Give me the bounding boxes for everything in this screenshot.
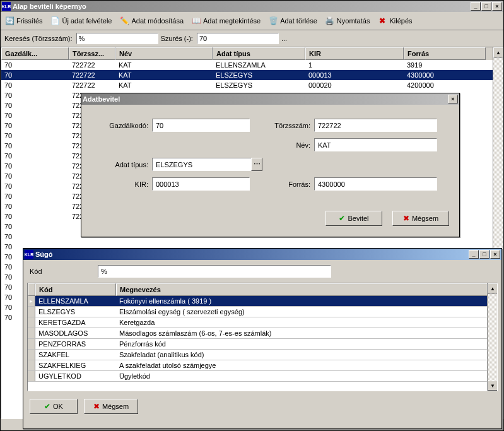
- table-row[interactable]: 70722722KATELSZEGYS0000134300000: [1, 70, 503, 80]
- kod-input[interactable]: [98, 265, 331, 278]
- check-icon: ✔: [44, 402, 50, 411]
- kir-input[interactable]: [156, 180, 246, 188]
- scroll-up-icon[interactable]: ▲: [488, 283, 498, 293]
- delete-button[interactable]: 🗑️Adat törlése: [267, 15, 319, 27]
- col-header[interactable]: Név: [115, 47, 213, 60]
- table-row[interactable]: 70722722KATELLENSZAMLA13919: [1, 60, 503, 70]
- col-header[interactable]: Megnevezés: [116, 283, 497, 296]
- cell: 70: [1, 121, 69, 131]
- table-row[interactable]: ELSZEGYSElszámolási egység ( szervezeti …: [28, 307, 497, 317]
- gazdalkodo-value: 70: [156, 122, 163, 129]
- entry-dialog: Adatbevitel × Gazdálkodó: 70 Törzsszám: …: [81, 93, 460, 237]
- scroll-down-icon[interactable]: ▼: [488, 381, 498, 391]
- forras-field[interactable]: [314, 177, 437, 191]
- help-close-button[interactable]: ×: [490, 250, 500, 259]
- nev-label: Név:: [254, 141, 310, 149]
- table-row[interactable]: PENZFORRASPénzforrás kód: [28, 339, 497, 350]
- col-header[interactable]: Törzssz...: [69, 47, 115, 60]
- table-row[interactable]: SZAKFELKIEGA szakfeladat utolsó számjegy…: [28, 360, 497, 371]
- gazdalkodo-label: Gazdálkodó:: [91, 122, 148, 129]
- cell: Keretgazda: [116, 317, 497, 328]
- print-button[interactable]: 🖨️Nyomtatás: [324, 15, 372, 27]
- cross-icon: ✖: [403, 214, 409, 223]
- help-cancel-button[interactable]: ✖Mégsem: [84, 399, 138, 414]
- cell: ELSZEGYS: [35, 307, 116, 317]
- row-marker-icon: [28, 371, 35, 381]
- table-row[interactable]: SZAKFELSzakfeladat (analitikus kód): [28, 350, 497, 360]
- refresh-button[interactable]: 🔄Frissítés: [3, 15, 44, 27]
- table-row[interactable]: ▸ELLENSZAMLAFokönyvi ellenszámla ( 3919 …: [28, 296, 497, 307]
- nev-value: KAT: [318, 141, 331, 149]
- cell: 3919: [404, 60, 486, 70]
- row-marker-icon: ▸: [28, 296, 35, 306]
- adattipus-label: Adat típus:: [91, 161, 148, 168]
- torzsszam-field[interactable]: 722722: [314, 119, 437, 132]
- cell: 000020: [305, 80, 404, 90]
- cell: MASODLAGOS: [35, 328, 116, 338]
- new-button[interactable]: 📄Új adat felvétele: [49, 15, 114, 27]
- entry-titlebar[interactable]: Adatbevitel ×: [81, 93, 459, 105]
- cell: 1: [305, 60, 404, 70]
- scroll-track[interactable]: [488, 293, 497, 381]
- ok-button[interactable]: ✔OK: [30, 399, 78, 414]
- refresh-icon: 🔄: [4, 16, 15, 26]
- kir-field[interactable]: [152, 177, 250, 191]
- nev-field[interactable]: KAT: [314, 138, 437, 151]
- minimize-button[interactable]: _: [471, 2, 481, 11]
- main-title: Alap beviteli képernyo: [13, 3, 471, 10]
- filter-input[interactable]: [197, 33, 279, 44]
- col-header[interactable]: Kód: [35, 283, 116, 296]
- edit-button[interactable]: ✏️Adat módosítása: [118, 15, 185, 27]
- close-button[interactable]: ×: [492, 2, 502, 11]
- gazdalkodo-field[interactable]: 70: [152, 119, 250, 132]
- maximize-button[interactable]: □: [481, 2, 491, 11]
- main-titlebar[interactable]: KLR Alap beviteli képernyo _ □ ×: [1, 1, 503, 12]
- table-row[interactable]: 70722722KATELSZEGYS0000204200000: [1, 80, 503, 90]
- cell: A szakfeladat utolsó számjegye: [116, 360, 497, 370]
- scrollbar[interactable]: ▲ ▼: [487, 283, 497, 391]
- search-input[interactable]: [76, 33, 158, 44]
- view-button[interactable]: 📖Adat megtekintése: [190, 15, 262, 27]
- cell: 722722: [69, 70, 115, 80]
- col-header[interactable]: Adat típus: [213, 47, 305, 60]
- table-row[interactable]: KERETGAZDAKeretgazda: [28, 317, 497, 328]
- exit-button[interactable]: ✖Kilépés: [376, 15, 413, 27]
- scroll-up-icon[interactable]: ▲: [493, 47, 503, 57]
- print-icon: 🖨️: [325, 16, 335, 26]
- submit-button[interactable]: ✔Bevitel: [325, 211, 382, 226]
- help-titlebar[interactable]: KLR Súgó _ □ ×: [23, 249, 501, 260]
- cancel-button[interactable]: ✖Mégsem: [392, 211, 449, 226]
- help-dialog: KLR Súgó _ □ × Kód Kód Megnevezés ▸ELLEN…: [23, 248, 502, 429]
- entry-close-button[interactable]: ×: [448, 95, 458, 103]
- help-maximize-button[interactable]: □: [479, 250, 489, 259]
- cell: 70: [1, 191, 69, 201]
- combo-dropdown-icon[interactable]: ⋯: [251, 158, 262, 171]
- cell: PENZFORRAS: [35, 339, 116, 349]
- cell: 70: [1, 110, 69, 121]
- app-icon: KLR: [25, 250, 33, 259]
- col-header[interactable]: KIR: [305, 47, 404, 60]
- cell: SZAKFEL: [35, 350, 116, 360]
- forras-input[interactable]: [318, 180, 433, 188]
- col-header[interactable]: Forrás: [404, 47, 486, 60]
- filter-more-button[interactable]: ...: [281, 35, 287, 42]
- entry-body: Gazdálkodó: 70 Törzsszám: 722722 Név: KA…: [81, 105, 459, 204]
- table-row[interactable]: MASODLAGOSMásodlagos számlaszám (6-os, 7…: [28, 328, 497, 339]
- check-icon: ✔: [339, 214, 345, 223]
- cell: Fokönyvi ellenszámla ( 3919 ): [116, 296, 497, 306]
- cancel-label: Mégsem: [412, 215, 438, 222]
- help-minimize-button[interactable]: _: [469, 250, 479, 259]
- help-grid-header: Kód Megnevezés: [28, 283, 497, 296]
- cell: 70: [1, 232, 69, 242]
- cross-icon: ✖: [93, 402, 100, 411]
- main-toolbar: 🔄Frissítés 📄Új adat felvétele ✏️Adat mód…: [1, 12, 503, 30]
- cell: KERETGAZDA: [35, 317, 116, 328]
- adattipus-combo[interactable]: ELSZEGYS ⋯: [152, 158, 262, 171]
- search-bar: Keresés (Törzsszám): Szurés (-): ...: [1, 30, 503, 47]
- help-filter-bar: Kód: [23, 260, 501, 283]
- ok-label: OK: [53, 403, 63, 410]
- table-row[interactable]: UGYLETKODÜgyletkód: [28, 371, 497, 382]
- kod-label: Kód: [30, 268, 93, 275]
- col-header[interactable]: Gazdálk...: [1, 47, 69, 60]
- row-marker-icon: [28, 350, 35, 360]
